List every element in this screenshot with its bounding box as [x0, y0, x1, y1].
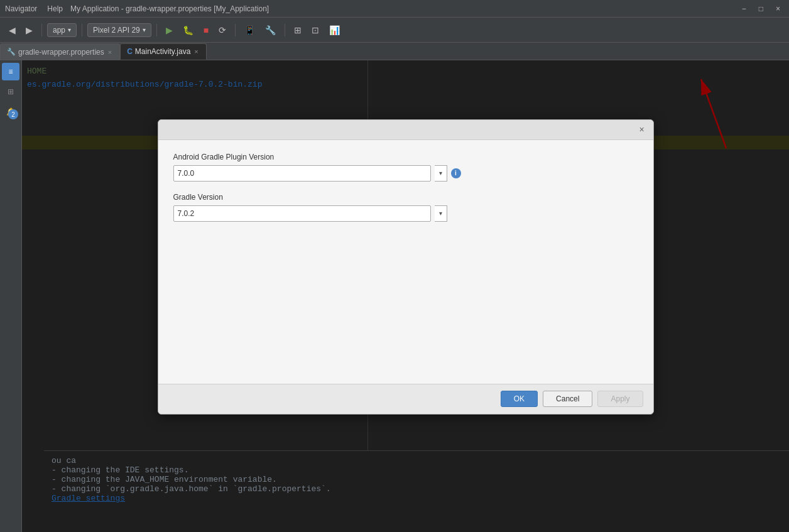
app-dropdown-arrow: ▾ [68, 26, 71, 33]
layout-button[interactable]: ⊡ [308, 23, 323, 38]
cancel-button[interactable]: Cancel [543, 391, 592, 407]
dialog-overlay: × Android Gradle Plugin Version 7.0.0 ▾ … [22, 60, 789, 532]
agp-info-icon[interactable]: i [451, 168, 461, 178]
tabs-bar: 🔧 gradle-wrapper.properties × C MainActi… [0, 43, 789, 60]
menu-navigator[interactable]: Navigator [5, 4, 37, 13]
sidebar: ≡ ⊞ 🔔 2 [0, 60, 22, 532]
app-label: app [53, 26, 65, 35]
run-button[interactable]: ▶ [162, 23, 177, 38]
apply-button[interactable]: Apply [597, 391, 643, 407]
java-tab-close[interactable]: × [193, 48, 199, 55]
dialog-body: Android Gradle Plugin Version 7.0.0 ▾ i … [158, 140, 653, 384]
sync-button[interactable]: ⟳ [215, 23, 230, 38]
device-dropdown-arrow: ▾ [143, 26, 146, 33]
sdk-button[interactable]: 🔧 [261, 23, 280, 38]
agp-select-row: 7.0.0 ▾ i [173, 165, 638, 182]
tab-gradle-wrapper[interactable]: 🔧 gradle-wrapper.properties × [0, 43, 120, 60]
device-label: Pixel 2 API 29 [93, 26, 140, 35]
editor-content: HOME es.gradle.org/distributions/gradle-… [22, 60, 789, 532]
minimize-button[interactable]: − [738, 3, 750, 14]
notification-badge: 2 [8, 109, 18, 119]
menu-bar[interactable]: Navigator Help [5, 4, 63, 13]
close-button[interactable]: × [772, 3, 784, 14]
gradle-dropdown-arrow[interactable]: ▾ [435, 205, 447, 222]
title-bar: Navigator Help My Application - gradle-w… [0, 0, 789, 18]
avd-button[interactable]: 📱 [241, 23, 259, 38]
separator-5 [285, 24, 285, 36]
toolbar: ◀ ▶ app ▾ Pixel 2 API 29 ▾ ▶ 🐛 ■ ⟳ 📱 🔧 ⊞… [0, 18, 789, 43]
gradle-field-label: Gradle Version [173, 193, 638, 202]
agp-version-select[interactable]: 7.0.0 [173, 165, 431, 182]
dialog-titlebar: × [158, 120, 653, 140]
dialog-footer: OK Cancel Apply [158, 384, 653, 414]
gradle-tab-icon: 🔧 [7, 48, 16, 56]
title-bar-left: Navigator Help My Application - gradle-w… [5, 4, 269, 13]
java-tab-label: MainActivity.java [135, 47, 190, 56]
dialog-close-button[interactable]: × [636, 123, 648, 136]
separator-2 [82, 24, 82, 36]
agp-dialog: × Android Gradle Plugin Version 7.0.0 ▾ … [158, 119, 654, 415]
debug-button[interactable]: 🐛 [179, 23, 197, 38]
separator-3 [156, 24, 157, 36]
back-button[interactable]: ◀ [5, 23, 19, 38]
agp-dropdown-arrow[interactable]: ▾ [435, 165, 447, 182]
stop-button[interactable]: ■ [200, 23, 212, 38]
maximize-button[interactable]: □ [755, 3, 767, 14]
window-controls[interactable]: − □ × [738, 3, 784, 14]
sidebar-item-project[interactable]: ≡ [2, 63, 19, 80]
java-tab-icon: C [127, 47, 133, 56]
forward-button[interactable]: ▶ [22, 23, 36, 38]
separator-4 [235, 24, 236, 36]
gradle-tab-label: gradle-wrapper.properties [18, 48, 104, 57]
structure-button[interactable]: ⊞ [290, 23, 305, 38]
sidebar-item-structure[interactable]: ⊞ [2, 83, 19, 100]
tab-main-activity[interactable]: C MainActivity.java × [120, 43, 207, 60]
gradle-version-select[interactable]: 7.0.2 [173, 205, 431, 222]
ok-button[interactable]: OK [501, 391, 538, 407]
gradle-select-row: 7.0.2 ▾ [173, 205, 638, 222]
menu-help[interactable]: Help [47, 4, 63, 13]
device-selector[interactable]: Pixel 2 API 29 ▾ [87, 23, 151, 37]
app-selector[interactable]: app ▾ [47, 23, 77, 37]
window-title: My Application - gradle-wrapper.properti… [70, 4, 269, 13]
gradle-tab-close[interactable]: × [107, 48, 113, 56]
profiler-button[interactable]: 📊 [325, 23, 344, 38]
editor-area: ≡ ⊞ 🔔 2 HOME es.gradle.org/distributions… [0, 60, 789, 532]
separator-1 [41, 24, 42, 36]
agp-field-label: Android Gradle Plugin Version [173, 153, 638, 161]
